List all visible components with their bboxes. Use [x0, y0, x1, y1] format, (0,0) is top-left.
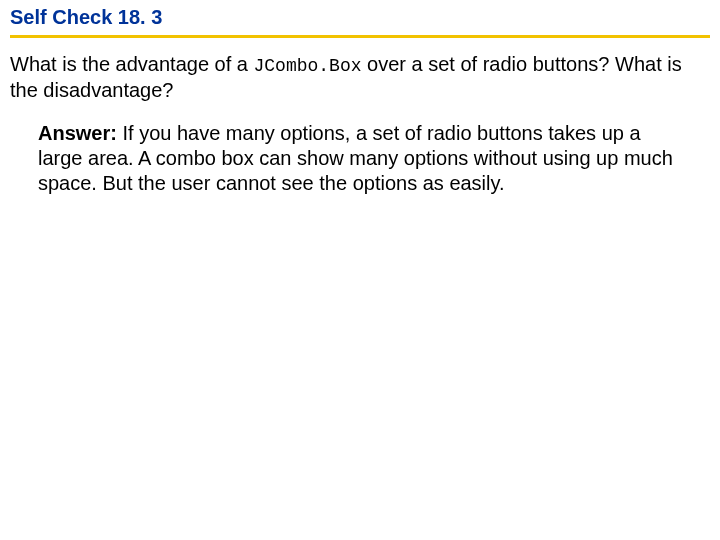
- question-part1: What is the advantage of a: [10, 53, 254, 75]
- answer-label: Answer:: [38, 122, 117, 144]
- slide: Self Check 18. 3 What is the advantage o…: [0, 0, 720, 540]
- slide-title: Self Check 18. 3: [10, 6, 710, 35]
- code-token: JCombo.Box: [254, 56, 362, 76]
- title-underline: [10, 35, 710, 38]
- question-text: What is the advantage of a JCombo.Box ov…: [10, 52, 710, 103]
- answer-block: Answer: If you have many options, a set …: [10, 103, 710, 196]
- answer-text: If you have many options, a set of radio…: [38, 122, 673, 194]
